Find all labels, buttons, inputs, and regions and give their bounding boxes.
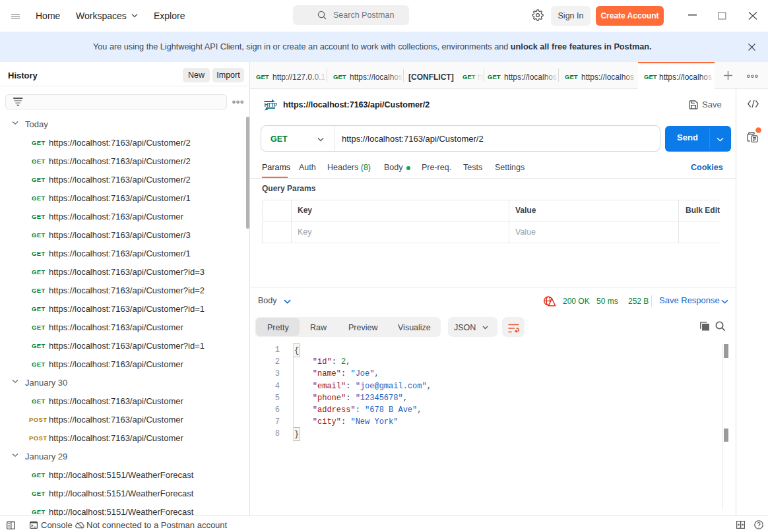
svg-text:HTTP: HTTP xyxy=(264,102,277,108)
